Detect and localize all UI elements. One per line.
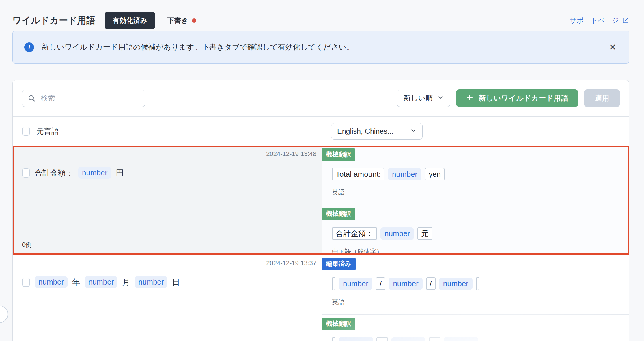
search-field-wrap [22,90,145,107]
select-all-checkbox[interactable] [22,127,30,136]
tab-activated[interactable]: 有効化済み [105,12,155,29]
segment-box[interactable]: 元 [417,227,432,240]
sort-select[interactable]: 新しい順 [397,90,450,107]
row-checkbox[interactable] [22,168,30,178]
row-timestamp: 2024-12-19 13:37 [22,259,316,267]
wildcard-chip[interactable]: number [389,278,422,290]
source-segment-text: 年 [72,277,80,287]
banner-close-button[interactable]: ✕ [609,43,616,52]
translation-status-badge: 機械翻訳 [322,208,355,220]
segment-box[interactable]: / [376,277,385,290]
translation-block: 機械翻訳 合計金額： number 元 中国語（簡体字） [322,205,629,256]
sort-select-value: 新しい順 [404,93,433,103]
target-language-select[interactable]: English, Chines... [331,123,423,140]
notification-dot [192,18,196,23]
segment-box[interactable]: yen [425,168,445,180]
segment-box[interactable]: Total amount: [332,168,384,180]
translation-block: 編集済み number / number / number 英語 [322,255,629,306]
source-segment-text: 円 [116,168,124,178]
page-title: ワイルドカード用語 [12,14,96,27]
source-term: number 年 number 月 number 日 [22,276,316,288]
wildcard-list-card: 新しい順 新しいワイルドカード用語 適用 元言語 English, Chines… [12,80,629,341]
source-cell: 2024-12-19 13:48 合計金額： number 円 0例 [13,146,322,255]
toolbar-actions: 新しい順 新しいワイルドカード用語 適用 [397,89,620,107]
tab-draft[interactable]: 下書き [167,16,196,25]
target-language-value: English, Chines... [337,127,405,135]
segment-box[interactable] [376,337,388,341]
info-icon: i [24,42,34,52]
translation-segments: number / number / number [332,277,629,290]
segment-box[interactable] [476,277,479,290]
wildcard-chip[interactable]: number [339,278,372,290]
chevron-down-icon [410,127,417,135]
support-page-link-label: サポートページ [570,16,619,25]
translation-block: 機械翻訳 Total amount: number yen 英語 [322,146,629,197]
translations-cell: 機械翻訳 Total amount: number yen 英語 機械翻訳 合計… [322,146,629,255]
tab-bar: 有効化済み 下書き [105,12,196,29]
row-timestamp: 2024-12-19 13:48 [22,150,316,158]
source-segment-text: 日 [172,277,180,287]
wildcard-chip[interactable]: number [388,168,421,180]
source-header-cell: 元言語 [13,117,322,146]
source-segment-text: 月 [122,277,130,287]
page-header: ワイルドカード用語 有効化済み 下書き サポートページ [0,0,644,29]
edge-drag-handle[interactable] [0,306,8,323]
segment-box[interactable]: 合計金額： [332,227,377,240]
wildcard-chip[interactable] [339,337,373,341]
source-segment-text: 合計金額： [35,168,74,178]
list-toolbar: 新しい順 新しいワイルドカード用語 適用 [13,80,629,116]
tab-draft-label: 下書き [167,16,188,25]
row-checkbox[interactable] [22,278,30,287]
apply-button[interactable]: 適用 [584,89,620,107]
language-label: 英語 [332,188,629,197]
translation-segments [332,337,629,341]
plus-icon [466,94,473,103]
wildcard-chip[interactable]: number [135,276,167,288]
target-header-cell: English, Chines... [322,117,629,146]
chevron-down-icon [437,94,444,102]
examples-count: 0例 [22,240,316,249]
source-term: 合計金額： number 円 [22,167,316,179]
table-row: 2024-12-19 13:48 合計金額： number 円 0例 機械翻訳 … [13,146,629,255]
segment-box[interactable]: / [426,277,436,290]
table-row: 2024-12-19 13:37 number 年 number 月 numbe… [13,255,629,341]
segment-box[interactable] [332,277,335,290]
wildcard-chip[interactable] [444,337,478,341]
translation-segments: Total amount: number yen [332,168,629,180]
source-cell: 2024-12-19 13:37 number 年 number 月 numbe… [13,255,322,341]
wildcard-chip[interactable]: number [78,167,111,179]
translations-cell: 編集済み number / number / number 英語 機械翻訳 [322,255,629,341]
wildcard-chip[interactable]: number [35,276,68,288]
source-language-header: 元言語 [36,126,59,136]
translation-block: 機械翻訳 [322,314,629,341]
new-wildcard-button[interactable]: 新しいワイルドカード用語 [456,89,578,107]
segment-box[interactable] [332,337,335,341]
search-input[interactable] [22,90,145,107]
external-link-icon [622,17,629,24]
translation-status-badge: 編集済み [322,258,356,270]
translation-status-badge: 機械翻訳 [322,318,355,330]
translation-status-badge: 機械翻訳 [322,148,355,161]
wildcard-chip[interactable]: number [380,227,414,240]
search-icon [28,94,36,103]
new-wildcard-button-label: 新しいワイルドカード用語 [479,93,568,103]
wildcard-chip[interactable]: number [439,278,473,290]
table-header-row: 元言語 English, Chines... [13,116,629,146]
wildcard-chip[interactable]: number [85,276,117,288]
banner-message: 新しいワイルドカード用語の候補があります。下書きタブで確認して有効化してください… [42,42,354,52]
support-page-link[interactable]: サポートページ [570,16,629,25]
wildcard-chip[interactable] [391,337,425,341]
language-label: 英語 [332,298,629,306]
translation-segments: 合計金額： number 元 [332,227,629,240]
segment-box[interactable] [429,337,440,341]
info-banner: i 新しいワイルドカード用語の候補があります。下書きタブで確認して有効化してくだ… [12,31,629,64]
